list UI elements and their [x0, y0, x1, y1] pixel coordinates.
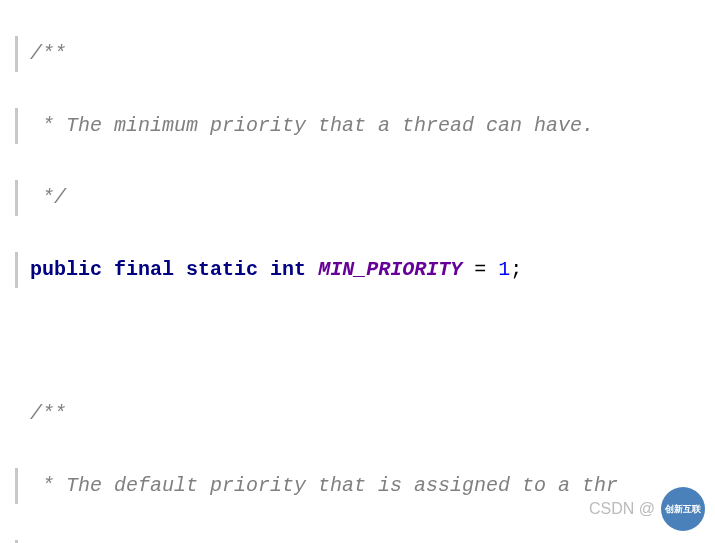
keyword-int: int: [270, 258, 306, 281]
javadoc-body: * The minimum priority that a thread can…: [30, 114, 594, 137]
watermark: CSDN @ 创新互联: [589, 487, 705, 531]
keyword-static: static: [186, 258, 258, 281]
comment-line: */: [15, 180, 715, 216]
declaration-line: public final static int MIN_PRIORITY = 1…: [15, 252, 715, 288]
semicolon: ;: [510, 258, 522, 281]
code-block: /** * The minimum priority that a thread…: [0, 0, 715, 543]
assign-op: =: [462, 258, 498, 281]
comment-line: /**: [18, 396, 715, 432]
keyword-public: public: [30, 258, 102, 281]
watermark-logo-icon: 创新互联: [661, 487, 705, 531]
number-literal: 1: [498, 258, 510, 281]
javadoc-open: /**: [18, 402, 66, 425]
comment-line: * The minimum priority that a thread can…: [15, 108, 715, 144]
constant-min-priority: MIN_PRIORITY: [318, 258, 462, 281]
watermark-text: CSDN @: [589, 500, 655, 518]
keyword-final: final: [114, 258, 174, 281]
javadoc-close: */: [30, 186, 66, 209]
javadoc-open: /**: [30, 42, 66, 65]
javadoc-body: * The default priority that is assigned …: [18, 474, 618, 497]
blank-line: [18, 324, 715, 360]
comment-line: /**: [15, 36, 715, 72]
watermark-logo-text: 创新互联: [665, 505, 701, 514]
